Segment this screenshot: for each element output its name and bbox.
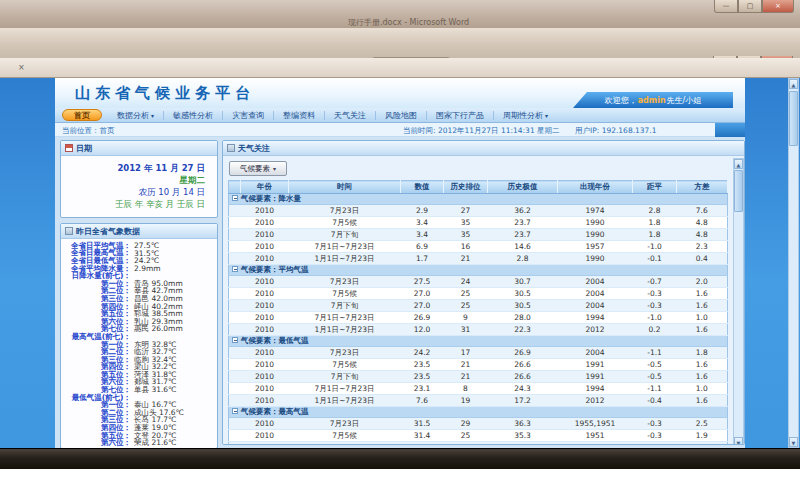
nav-item-7[interactable]: 国家下行产品 — [427, 110, 493, 121]
table-row[interactable]: 20107月下旬23.52126.61991-0.51.6 — [229, 371, 728, 383]
gauge-icon — [227, 144, 235, 152]
table-cell: -1.0 — [633, 241, 677, 253]
collapse-icon[interactable] — [232, 337, 238, 343]
table-body: 气候要素：降水量20107月23日2.92736.219742.87.62010… — [229, 194, 728, 446]
table-row[interactable]: 20107月23日27.52430.72004-0.72.0 — [229, 276, 728, 288]
collapse-icon[interactable] — [232, 195, 238, 201]
table-row[interactable]: 20107月5候31.42535.31951-0.31.9 — [229, 430, 728, 442]
stat-label: 第六位： — [61, 438, 131, 448]
table-cell: 2.5 — [677, 418, 728, 430]
table-cell: 31.4 — [401, 442, 444, 446]
close-icon[interactable]: × — [762, 0, 794, 13]
table-cell: 24 — [444, 276, 488, 288]
table-cell: -0.7 — [633, 276, 677, 288]
table-row[interactable]: 20107月1日~7月23日6.91614.61957-1.02.3 — [229, 241, 728, 253]
nav-item-2[interactable]: 敏感性分析 — [164, 110, 222, 121]
table-cell: 3.4 — [401, 217, 444, 229]
date-panel-title: 日期 — [76, 143, 92, 154]
nav-item-5[interactable]: 天气关注 — [325, 110, 375, 121]
table-cell: 2.3 — [677, 241, 728, 253]
scroll-up-icon[interactable]: ▲ — [789, 79, 798, 89]
table-cell: 1.6 — [677, 324, 728, 336]
table-cell: 1.6 — [677, 288, 728, 300]
table-row[interactable]: 20107月下旬27.02530.52004-0.31.6 — [229, 300, 728, 312]
table-cell: 2.0 — [677, 276, 728, 288]
table-row[interactable]: 20101月1日~7月23日7.61917.22012-0.41.6 — [229, 395, 728, 407]
table-cell: 31.4 — [401, 430, 444, 442]
table-cell: 7月23日 — [289, 347, 401, 359]
weather-watch-table: 年份时间数值历史排位历史极值出现年份距平方差 气候要素：降水量20107月23日… — [228, 180, 728, 445]
table-cell: 2004 — [558, 347, 633, 359]
scroll-down-icon[interactable]: ▼ — [789, 437, 798, 447]
table-cell: 26.6 — [488, 359, 558, 371]
table-cell: 1.6 — [677, 300, 728, 312]
calendar-icon — [65, 144, 73, 152]
table-cell: -1.0 — [633, 312, 677, 324]
nav-bar: 首页 数据分析▾敏感性分析灾害查询整编资料天气关注风险地图国家下行产品周期性分析… — [55, 108, 745, 123]
page-header: 山东省气候业务平台 欢迎您，admin 先生/小姐 — [55, 78, 745, 108]
status-bar: 当前位置：首页 当前时间: 2012年11月27日 11:14:31 星期二 用… — [55, 123, 745, 137]
table-cell: 1.9 — [677, 442, 728, 446]
scrollbar-thumb[interactable] — [789, 91, 798, 146]
table-row[interactable]: 20107月下旬31.42535.31951-0.31.9 — [229, 442, 728, 446]
table-row[interactable]: 20107月1日~7月23日23.1824.31994-1.11.0 — [229, 383, 728, 395]
table-cell: 2010 — [241, 276, 289, 288]
table-row[interactable]: 20107月1日~7月23日26.9928.01994-1.01.0 — [229, 312, 728, 324]
climate-element-button[interactable]: 气候要素 ▾ — [229, 161, 287, 176]
table-row[interactable]: 20107月下旬3.43523.719901.84.8 — [229, 229, 728, 241]
nav-item-3[interactable]: 灾害查询 — [223, 110, 273, 121]
row-gutter — [229, 347, 241, 359]
group-row[interactable]: 气候要素：平均气温 — [229, 265, 728, 276]
collapse-icon[interactable] — [232, 408, 238, 414]
group-row[interactable]: 气候要素：最高气温 — [229, 407, 728, 418]
table-row[interactable]: 20107月5候27.02530.52004-0.31.6 — [229, 288, 728, 300]
scrollbar-thumb[interactable] — [734, 170, 743, 212]
table-cell: 17.2 — [488, 395, 558, 407]
chevron-down-icon: ▾ — [151, 112, 154, 119]
table-row[interactable]: 20107月5候23.52126.61991-0.51.6 — [229, 359, 728, 371]
collapse-icon[interactable] — [232, 266, 238, 272]
nav-item-6[interactable]: 风险地图 — [376, 110, 426, 121]
table-cell: 7月1日~7月23日 — [289, 312, 401, 324]
page-viewport: 山东省气候业务平台 欢迎您，admin 先生/小姐 首页 数据分析▾敏感性分析灾… — [0, 78, 800, 448]
scroll-down-icon[interactable]: ▼ — [734, 437, 743, 445]
nav-item-4[interactable]: 整编资料 — [274, 110, 324, 121]
table-cell: 35.3 — [488, 442, 558, 446]
table-cell: 27 — [444, 205, 488, 217]
table-row[interactable]: 20107月23日24.21726.92004-1.11.8 — [229, 347, 728, 359]
group-row[interactable]: 气候要素：最低气温 — [229, 336, 728, 347]
nav-item-1[interactable]: 数据分析▾ — [108, 110, 163, 121]
scroll-up-icon[interactable]: ▲ — [734, 159, 743, 169]
expand-column-header — [229, 181, 241, 194]
panel-scrollbar[interactable]: ▲ ▼ — [733, 158, 744, 445]
table-cell: 23.5 — [401, 359, 444, 371]
toolbar-close-icon[interactable]: × — [18, 63, 25, 72]
table-cell: 35 — [444, 217, 488, 229]
table-row[interactable]: 20101月1日~7月23日1.7212.81990-0.10.4 — [229, 253, 728, 265]
table-cell: -1.1 — [633, 383, 677, 395]
ganzhi-date: 壬辰 年 辛亥 月 壬辰 日 — [61, 198, 205, 210]
table-row[interactable]: 20101月1日~7月23日12.03122.320120.21.6 — [229, 324, 728, 336]
table-row[interactable]: 20107月5候3.43523.719901.84.8 — [229, 217, 728, 229]
table-cell: 2010 — [241, 442, 289, 446]
table-cell: 1月1日~7月23日 — [289, 253, 401, 265]
table-row[interactable]: 20107月23日2.92736.219742.87.6 — [229, 205, 728, 217]
table-cell: 4.8 — [677, 217, 728, 229]
nav-item-8[interactable]: 周期性分析▾ — [494, 110, 557, 121]
row-gutter — [229, 205, 241, 217]
table-cell: 0.4 — [677, 253, 728, 265]
table-row[interactable]: 20107月23日31.52936.31955,1951-0.32.5 — [229, 418, 728, 430]
weather-watch-panel: 天气关注 气候要素 ▾ 年份时间数值历史排位历史极值出现年份距平方 — [222, 140, 745, 445]
stat-value: 2.9mm — [134, 264, 161, 273]
group-row[interactable]: 气候要素：降水量 — [229, 194, 728, 205]
minimize-icon[interactable]: — — [714, 0, 738, 13]
table-cell: 2010 — [241, 395, 289, 407]
maximize-icon[interactable]: ▢ — [738, 0, 762, 13]
browser-toolbar: × ✉ bing P ••• — [0, 58, 800, 78]
browser-scrollbar[interactable]: ▲ ▼ — [788, 78, 799, 448]
report-icon — [65, 227, 73, 235]
nav-item-home[interactable]: 首页 — [62, 109, 102, 121]
table-cell: 12.0 — [401, 324, 444, 336]
table-cell: 31.5 — [401, 418, 444, 430]
table-cell: 7月5候 — [289, 359, 401, 371]
